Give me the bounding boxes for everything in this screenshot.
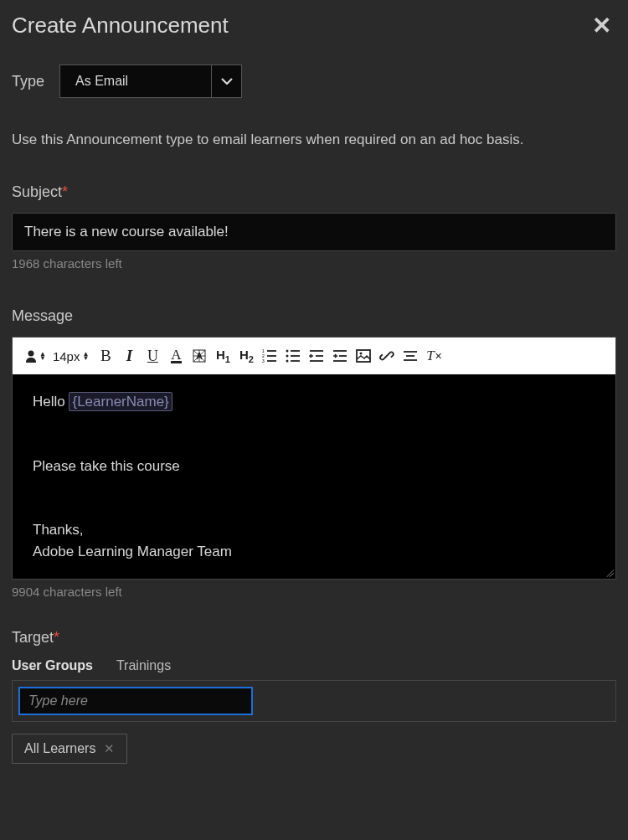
type-description: Use this Announcement type to email lear… <box>12 131 616 148</box>
svg-point-11 <box>286 360 289 363</box>
editor-toolbar: ▲▼ 14px ▲▼ B I U A A H1 H2 123 <box>13 338 615 374</box>
bullet-list-button[interactable] <box>283 346 303 366</box>
subject-input[interactable] <box>12 213 616 251</box>
tab-user-groups[interactable]: User Groups <box>12 658 93 673</box>
image-button[interactable] <box>353 346 373 366</box>
message-signoff1: Thanks, <box>33 519 595 541</box>
font-color-button[interactable]: A <box>166 346 186 366</box>
align-button[interactable] <box>400 346 420 366</box>
indent-button[interactable] <box>330 346 350 366</box>
target-label: Target* <box>12 629 616 647</box>
message-greeting: Hello <box>33 394 69 410</box>
svg-point-10 <box>286 355 289 358</box>
close-button[interactable]: ✕ <box>587 12 616 39</box>
heading1-button[interactable]: H1 <box>213 346 233 366</box>
type-select-value: As Email <box>60 65 211 97</box>
clear-format-button[interactable]: T✕ <box>424 346 444 366</box>
close-icon: ✕ <box>592 13 611 39</box>
outdent-button[interactable] <box>306 346 327 366</box>
underline-button[interactable]: U <box>142 346 162 366</box>
message-line2: Please take this course <box>33 456 595 477</box>
chip-all-learners[interactable]: All Learners ✕ <box>12 734 127 764</box>
message-signoff2: Adobe Learning Manager Team <box>33 541 595 563</box>
type-select[interactable]: As Email <box>59 64 242 98</box>
numbered-list-button[interactable]: 123 <box>260 346 280 366</box>
link-button[interactable] <box>377 346 397 366</box>
required-asterisk: * <box>62 183 68 200</box>
heading2-button[interactable]: H2 <box>236 346 256 366</box>
modal-title: Create Announcement <box>12 13 229 39</box>
message-chars-left: 9904 characters left <box>12 585 616 599</box>
subject-label: Subject* <box>12 183 616 201</box>
message-label: Message <box>12 307 616 325</box>
tab-trainings[interactable]: Trainings <box>116 658 171 673</box>
svg-text:A: A <box>196 351 203 361</box>
chevron-down-icon <box>211 65 241 97</box>
highlight-button[interactable]: A <box>189 346 209 366</box>
resize-handle[interactable] <box>604 567 614 577</box>
svg-point-9 <box>286 350 289 353</box>
required-asterisk: * <box>54 629 59 646</box>
chip-label: All Learners <box>24 741 95 756</box>
learner-name-token[interactable]: {LearnerName} <box>69 392 172 411</box>
svg-text:3: 3 <box>262 358 265 363</box>
subject-chars-left: 1968 characters left <box>12 256 616 271</box>
target-input-container <box>12 680 616 722</box>
font-size-select[interactable]: 14px ▲▼ <box>53 349 89 363</box>
bold-button[interactable]: B <box>95 346 116 366</box>
svg-point-22 <box>360 353 363 355</box>
type-label: Type <box>12 73 44 90</box>
target-input[interactable] <box>18 687 253 715</box>
editor-body[interactable]: Hello {LearnerName} Please take this cou… <box>13 374 615 579</box>
svg-rect-21 <box>357 350 370 362</box>
italic-button[interactable]: I <box>119 346 139 366</box>
chip-remove-icon[interactable]: ✕ <box>104 741 115 756</box>
svg-point-0 <box>28 351 34 357</box>
user-icon[interactable]: ▲▼ <box>24 346 46 366</box>
rich-text-editor: ▲▼ 14px ▲▼ B I U A A H1 H2 123 <box>12 337 616 580</box>
